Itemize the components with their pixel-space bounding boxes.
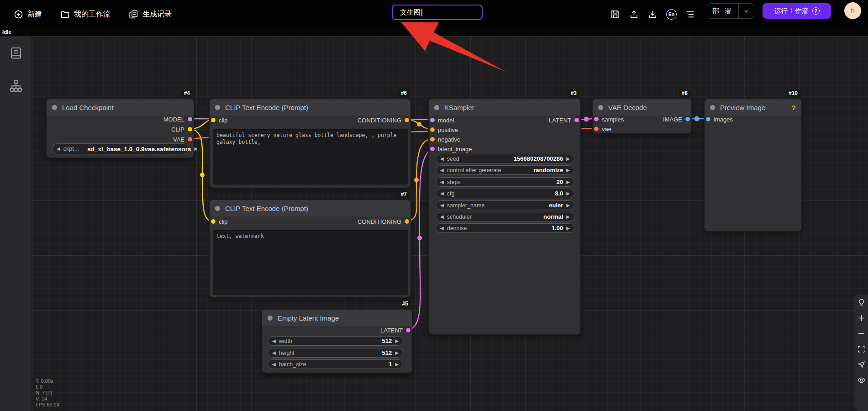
select-cursor-icon[interactable] <box>857 360 866 369</box>
prompt-textarea[interactable]: beautiful scenery nature glass bottle la… <box>213 129 408 184</box>
notebook-icon[interactable] <box>9 46 23 60</box>
run-workflow-button[interactable]: 运行工作流 ? <box>763 3 831 19</box>
cfg-widget[interactable]: ◀ cfg 8.0 ▶ <box>436 189 574 198</box>
output-slot-model[interactable]: MODEL <box>163 115 192 124</box>
clip-slot-dot[interactable] <box>188 127 192 132</box>
seed-widget[interactable]: ◀ seed 156680208700286 ▶ <box>436 154 574 163</box>
prev-arrow-icon[interactable]: ◀ <box>440 215 444 219</box>
node-vae-decode[interactable]: #8 VAE Decode samples vae IMAGE <box>592 99 692 134</box>
prompt-textarea[interactable]: text, watermark <box>213 230 408 295</box>
collapse-dot-icon[interactable] <box>710 105 715 110</box>
clip-slot-dot[interactable] <box>211 219 216 224</box>
collapse-dot-icon[interactable] <box>52 105 57 110</box>
width-widget[interactable]: ◀ width 512 ▶ <box>268 336 403 346</box>
image-slot-dot[interactable] <box>685 117 690 121</box>
my-workflows-button[interactable]: 我的工作流 <box>60 10 110 19</box>
next-arrow-icon[interactable]: ▶ <box>195 147 198 151</box>
input-slot-negative[interactable]: negative <box>430 135 460 144</box>
node-header[interactable]: Empty Latent Image <box>262 310 412 326</box>
deploy-button[interactable]: 部 署 <box>707 4 738 18</box>
output-slot-latent[interactable]: LATENT <box>380 326 410 335</box>
download-icon[interactable] <box>647 9 658 20</box>
lightbulb-icon[interactable] <box>857 298 866 307</box>
next-arrow-icon[interactable]: ▶ <box>566 157 570 161</box>
workflow-tree-icon[interactable] <box>9 79 23 93</box>
next-arrow-icon[interactable]: ▶ <box>566 226 570 231</box>
conditioning-slot-dot[interactable] <box>405 118 409 122</box>
next-arrow-icon[interactable]: ▶ <box>566 168 570 173</box>
next-arrow-icon[interactable]: ▶ <box>395 351 399 355</box>
prev-arrow-icon[interactable]: ◀ <box>440 226 444 231</box>
input-slot-clip[interactable]: clip <box>211 217 228 226</box>
denoise-widget[interactable]: ◀ denoise 1.00 ▶ <box>436 223 574 233</box>
node-header[interactable]: KSampler <box>429 99 580 116</box>
node-header[interactable]: Load Checkpoint <box>47 99 194 116</box>
output-slot-vae[interactable]: VAE <box>173 135 192 144</box>
language-toggle-icon[interactable]: En <box>666 9 677 20</box>
node-load-checkpoint[interactable]: #4 Load Checkpoint MODEL CLIP VAE ◀ ckpt… <box>46 99 194 158</box>
deploy-dropdown-button[interactable] <box>738 4 754 18</box>
help-icon[interactable]: ? <box>812 7 820 15</box>
prev-arrow-icon[interactable]: ◀ <box>440 180 444 184</box>
prev-arrow-icon[interactable]: ◀ <box>272 339 276 343</box>
vae-slot-dot[interactable] <box>594 126 599 131</box>
clip-slot-dot[interactable] <box>211 118 216 122</box>
conditioning-slot-dot[interactable] <box>430 137 435 142</box>
node-header[interactable]: CLIP Text Encode (Prompt) <box>210 200 410 216</box>
scheduler-widget[interactable]: ◀ scheduler normal ▶ <box>436 212 574 221</box>
generation-records-button[interactable]: 生成记录 <box>129 10 172 19</box>
input-slot-samples[interactable]: samples <box>594 115 624 124</box>
steps-widget[interactable]: ◀ steps 20 ▶ <box>436 177 574 187</box>
prev-arrow-icon[interactable]: ◀ <box>440 203 444 208</box>
fit-view-icon[interactable] <box>857 345 866 353</box>
node-preview-image[interactable]: #10 Preview Image ? images <box>704 99 802 232</box>
input-slot-clip[interactable]: clip <box>211 116 228 125</box>
model-slot-dot[interactable] <box>430 118 435 122</box>
collapse-dot-icon[interactable] <box>434 105 439 110</box>
node-header[interactable]: Preview Image ? <box>705 99 801 116</box>
output-slot-conditioning[interactable]: CONDITIONING <box>358 116 409 125</box>
collapse-dot-icon[interactable] <box>215 105 220 110</box>
export-icon[interactable] <box>629 9 639 20</box>
next-arrow-icon[interactable]: ▶ <box>395 362 399 367</box>
output-slot-clip[interactable]: CLIP <box>171 125 192 134</box>
latent-slot-dot[interactable] <box>594 117 599 121</box>
workflow-title-input[interactable]: 文生图 <box>392 5 483 20</box>
new-workflow-button[interactable]: 新建 <box>14 10 42 19</box>
control-after-generate-widget[interactable]: ◀ control after generate randomize ▶ <box>436 165 574 175</box>
sampler-name-widget[interactable]: ◀ sampler_name euler ▶ <box>436 200 574 210</box>
node-help-icon[interactable]: ? <box>792 104 796 111</box>
prev-arrow-icon[interactable]: ◀ <box>272 362 276 367</box>
model-slot-dot[interactable] <box>188 117 192 121</box>
collapse-dot-icon[interactable] <box>598 105 603 110</box>
next-arrow-icon[interactable]: ▶ <box>566 215 570 219</box>
input-slot-latent-image[interactable]: latent_image <box>430 144 472 153</box>
node-header[interactable]: VAE Decode <box>593 99 691 116</box>
eye-icon[interactable] <box>857 376 866 385</box>
latent-slot-dot[interactable] <box>430 147 435 151</box>
latent-slot-dot[interactable] <box>406 328 410 332</box>
latent-slot-dot[interactable] <box>574 118 579 122</box>
ckpt-name-widget[interactable]: ◀ ckpt… sd_xl_base_1.0_0.9vae.safetensor… <box>52 143 189 154</box>
output-slot-latent[interactable]: LATENT <box>549 116 579 125</box>
height-widget[interactable]: ◀ height 512 ▶ <box>268 348 403 358</box>
output-slot-conditioning[interactable]: CONDITIONING <box>358 217 409 226</box>
output-slot-image[interactable]: IMAGE <box>663 115 690 124</box>
prev-arrow-icon[interactable]: ◀ <box>440 157 444 161</box>
save-icon[interactable] <box>610 9 621 20</box>
prev-arrow-icon[interactable]: ◀ <box>440 191 444 196</box>
prev-arrow-icon[interactable]: ◀ <box>57 147 60 151</box>
user-avatar[interactable]: h <box>844 2 861 19</box>
next-arrow-icon[interactable]: ▶ <box>566 180 570 184</box>
input-slot-model[interactable]: model <box>430 116 454 125</box>
zoom-out-icon[interactable] <box>857 329 866 338</box>
conditioning-slot-dot[interactable] <box>430 127 435 132</box>
image-slot-dot[interactable] <box>706 117 710 121</box>
conditioning-slot-dot[interactable] <box>405 219 409 224</box>
prev-arrow-icon[interactable]: ◀ <box>440 168 444 173</box>
zoom-in-icon[interactable] <box>857 314 866 322</box>
node-empty-latent-image[interactable]: #5 Empty Latent Image LATENT ◀ width 512… <box>262 309 412 373</box>
input-slot-positive[interactable]: positive <box>430 125 458 134</box>
prev-arrow-icon[interactable]: ◀ <box>272 351 276 355</box>
node-clip-text-encode-positive[interactable]: #6 CLIP Text Encode (Prompt) clip CONDIT… <box>209 99 411 188</box>
